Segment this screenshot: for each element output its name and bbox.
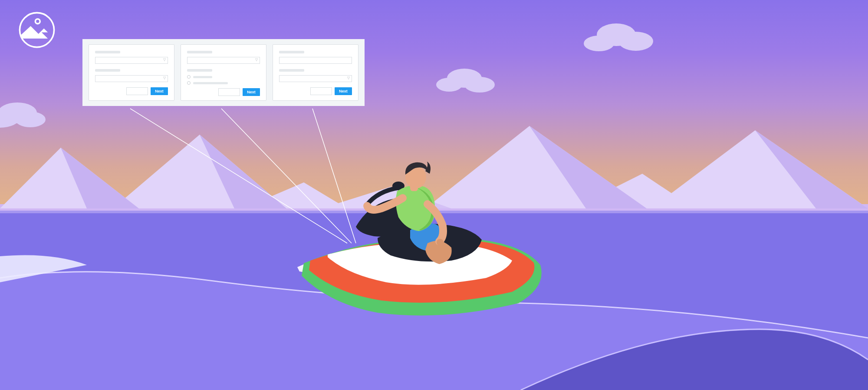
field-label-placeholder: [95, 69, 120, 72]
svg-point-18: [20, 13, 54, 47]
secondary-button[interactable]: [126, 87, 148, 95]
svg-line-12: [221, 109, 352, 243]
svg-line-11: [130, 109, 347, 243]
select-input[interactable]: [279, 75, 352, 82]
wizard-steps-container: Next Next Next: [82, 39, 365, 106]
field-label-placeholder: [187, 51, 212, 53]
svg-point-19: [35, 19, 40, 24]
field-label-placeholder: [279, 69, 304, 72]
svg-line-13: [312, 109, 356, 243]
select-input[interactable]: [95, 75, 168, 82]
secondary-button[interactable]: [218, 88, 240, 96]
radio-option[interactable]: [187, 81, 260, 85]
next-button[interactable]: Next: [335, 87, 352, 95]
logo-icon: [17, 10, 56, 50]
radio-option[interactable]: [187, 75, 260, 79]
field-label-placeholder: [187, 69, 212, 72]
wizard-step-3: Next: [273, 44, 358, 101]
field-label-placeholder: [95, 51, 120, 53]
select-input[interactable]: [95, 57, 168, 64]
radio-icon: [187, 75, 191, 79]
secondary-button[interactable]: [310, 87, 332, 95]
next-button[interactable]: Next: [243, 88, 260, 96]
radio-label-placeholder: [193, 76, 212, 78]
next-button[interactable]: Next: [151, 87, 168, 95]
radio-icon: [187, 81, 191, 85]
wizard-step-1: Next: [89, 44, 174, 101]
wizard-step-2: Next: [181, 44, 266, 101]
select-input[interactable]: [187, 57, 260, 64]
field-label-placeholder: [279, 51, 304, 53]
radio-label-placeholder: [193, 82, 228, 84]
text-input[interactable]: [279, 57, 352, 64]
